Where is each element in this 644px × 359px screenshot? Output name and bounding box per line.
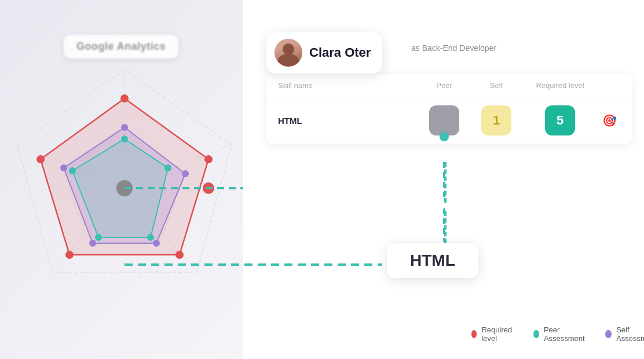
- svg-point-18: [153, 240, 160, 247]
- svg-point-16: [121, 124, 128, 131]
- svg-point-19: [89, 240, 96, 247]
- legend-item-peer: Peer Assessment: [533, 325, 587, 343]
- legend-dot-required: [471, 330, 477, 338]
- required-badge: 5: [545, 105, 575, 135]
- peer-badge: [429, 105, 459, 135]
- profile-name: Clara Oter: [309, 45, 371, 60]
- action-cell[interactable]: 🎯: [598, 113, 621, 127]
- legend-dot-self: [605, 330, 612, 338]
- svg-point-13: [175, 251, 184, 259]
- vertical-line-bottom: [444, 211, 447, 243]
- radar-area: Google Analytics: [0, 0, 278, 359]
- radar-chart: [0, 46, 266, 330]
- legend-item-required: Required level: [471, 325, 515, 343]
- table-header: Skill name Peer Self Required level: [266, 74, 632, 97]
- svg-point-12: [204, 155, 213, 163]
- legend: Required level Peer Assessment Self Asse…: [486, 325, 644, 343]
- html-label-box: HTML: [387, 243, 478, 278]
- svg-point-20: [60, 164, 67, 171]
- role-label: Back-End Developer: [422, 43, 496, 53]
- col-header-self: Self: [470, 81, 522, 90]
- target-icon: 🎯: [602, 113, 617, 127]
- vertical-line-top: [444, 162, 447, 203]
- legend-dot-peer: [533, 330, 539, 338]
- skill-name-cell: HTML: [278, 116, 418, 126]
- required-score-cell: 5: [522, 105, 598, 135]
- col-header-peer: Peer: [418, 81, 470, 90]
- legend-label-self: Self Assessment: [616, 325, 644, 343]
- legend-item-self: Self Assessment: [605, 325, 644, 343]
- legend-label-peer: Peer Assessment: [544, 325, 587, 343]
- svg-point-11: [120, 94, 129, 102]
- profile-header: Clara Oter: [266, 32, 382, 74]
- col-header-required-level: Required level: [522, 81, 598, 90]
- svg-point-21: [121, 135, 128, 142]
- svg-point-17: [182, 170, 189, 177]
- legend-label-required: Required level: [481, 325, 514, 343]
- right-content-area: Clara Oter as Back-End Developer Skill n…: [243, 0, 644, 359]
- svg-point-23: [147, 234, 154, 241]
- svg-point-14: [65, 251, 74, 259]
- svg-point-22: [164, 164, 171, 171]
- peer-score-cell: [418, 105, 470, 135]
- avatar-image: [275, 39, 302, 67]
- svg-point-15: [36, 155, 45, 163]
- svg-point-25: [69, 167, 76, 174]
- col-header-skill-name: Skill name: [278, 81, 418, 90]
- self-badge: 1: [481, 105, 511, 135]
- self-score-cell: 1: [470, 105, 522, 135]
- svg-point-24: [95, 234, 102, 241]
- role-text: as Back-End Developer: [411, 43, 496, 53]
- skills-table: Skill name Peer Self Required level HTML…: [266, 74, 632, 144]
- avatar: [275, 39, 302, 67]
- table-row: HTML 1 5 🎯: [266, 97, 632, 144]
